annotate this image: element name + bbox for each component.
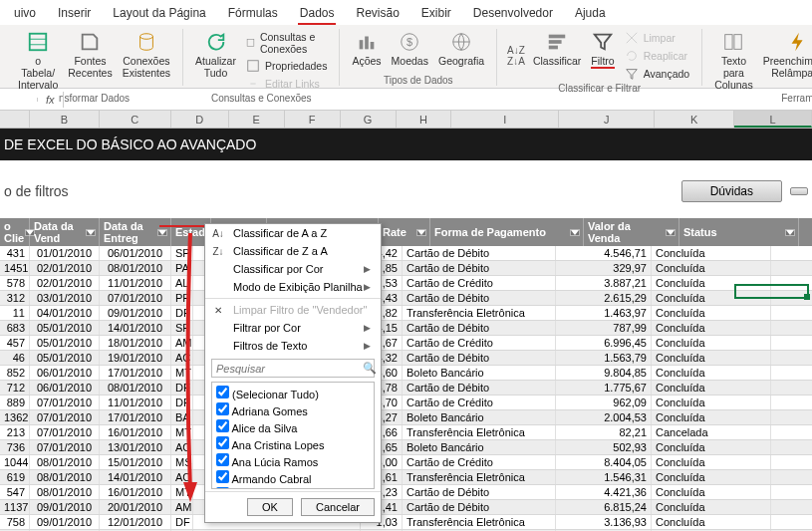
filter-checklist[interactable]: (Selecionar Tudo) Adriana Gomes Alice da… <box>211 382 375 489</box>
tab[interactable]: Inserir <box>56 3 93 25</box>
filter-drop-icon[interactable] <box>667 230 675 235</box>
table-row[interactable]: 113709/01/201020/01/2010AM1,41Cartão de … <box>0 500 812 515</box>
table-row[interactable]: 57802/01/201011/01/2010AL2,53Cartão de C… <box>0 276 812 291</box>
svg-point-3 <box>139 34 152 40</box>
sort-button[interactable]: Classificar <box>529 29 585 83</box>
col-h[interactable]: D <box>171 111 229 128</box>
table-row[interactable]: 104408/01/201015/01/2010MS3,00Cartão de … <box>0 455 812 470</box>
svg-rect-16 <box>734 35 741 50</box>
fill-handle[interactable] <box>804 294 810 300</box>
col-h[interactable] <box>0 111 30 128</box>
table-row[interactable]: 43101/01/201006/01/2010SP4,42Cartão de D… <box>0 246 812 261</box>
filter-drop-icon[interactable] <box>87 230 95 235</box>
table-row[interactable]: 85206/01/201017/01/2010MT3,60Boleto Banc… <box>0 366 812 381</box>
name-box[interactable] <box>0 98 38 102</box>
selected-cell[interactable] <box>734 284 809 299</box>
table-row[interactable]: 145102/01/201008/01/2010PA2,85Cartão de … <box>0 261 812 276</box>
th[interactable]: Data da Vend <box>30 218 100 246</box>
th[interactable]: o Clie <box>0 218 30 246</box>
sort-az-item[interactable]: A↓Classificar de A a Z <box>205 224 381 242</box>
th[interactable]: Forma de Pagamento <box>430 218 584 246</box>
sheet-view-item[interactable]: Modo de Exibição Planilha▶ <box>205 278 381 296</box>
currencies-button[interactable]: $Moedas <box>388 29 432 69</box>
filter-by-color-item[interactable]: Filtrar por Cor▶ <box>205 319 381 337</box>
col-h[interactable]: E <box>229 111 285 128</box>
check-item[interactable]: Augusto Melo <box>214 486 372 489</box>
col-h[interactable]: H <box>397 111 452 128</box>
th[interactable]: Status <box>679 218 799 246</box>
th[interactable]: Data da Entreg <box>100 218 171 246</box>
existing-connections-button[interactable]: Conexões Existentes <box>119 29 174 93</box>
col-h[interactable]: J <box>559 111 655 128</box>
table-row[interactable]: 1104/01/201009/01/2010DF1,82Transferênci… <box>0 306 812 321</box>
col-h[interactable]: C <box>100 111 171 128</box>
ok-button[interactable]: OK <box>247 498 293 516</box>
col-h[interactable]: B <box>30 111 100 128</box>
text-filters-item[interactable]: Filtros de Texto▶ <box>205 337 381 355</box>
table-row[interactable]: 31203/01/201007/01/2010PR3,43Cartão de D… <box>0 291 812 306</box>
stocks-button[interactable]: Ações <box>348 29 385 69</box>
check-item[interactable]: Adriana Gomes <box>214 401 372 418</box>
table-row[interactable]: 75809/01/201012/01/2010DF1,03Transferênc… <box>0 515 812 530</box>
filter-drop-icon[interactable] <box>158 230 166 235</box>
filter-dropdown: A↓Classificar de A a Z Z↓Classificar de … <box>204 223 382 523</box>
group-label: Tipos de Dados <box>384 75 453 86</box>
sort-by-color-item[interactable]: Classificar por Cor▶ <box>205 260 381 278</box>
tab[interactable]: uivo <box>12 3 38 25</box>
tab[interactable]: Revisão <box>354 3 401 25</box>
from-table-button[interactable]: o Tabela/ Intervalo <box>14 29 62 93</box>
th[interactable]: Rate <box>379 218 430 246</box>
refresh-all-button[interactable]: Atualizar Tudo <box>191 29 240 93</box>
column-headers[interactable]: B C D E F G H I J K L <box>0 111 812 129</box>
queries-button[interactable]: Consultas e Conexões <box>242 29 331 57</box>
check-item[interactable]: (Selecionar Tudo) <box>214 385 372 401</box>
filter-drop-icon[interactable] <box>571 230 579 235</box>
col-h[interactable]: F <box>285 111 341 128</box>
filter-search[interactable]: 🔍 <box>211 359 375 378</box>
recent-sources-button[interactable]: Fontes Recentes <box>64 29 116 93</box>
tab[interactable]: Ajuda <box>573 3 608 25</box>
table-row[interactable]: 68305/01/201014/01/2010SP4,15Cartão de D… <box>0 321 812 336</box>
check-item[interactable]: Ana Cristina Lopes <box>214 435 372 452</box>
advanced-button[interactable]: Avançado <box>621 65 694 83</box>
filter-search-input[interactable] <box>212 360 359 377</box>
col-h-selected[interactable]: L <box>734 111 812 128</box>
table-row[interactable]: 136207/01/201017/01/2010BA3,27Boleto Ban… <box>0 410 812 425</box>
col-h[interactable]: K <box>655 111 734 128</box>
sort-za-icon[interactable]: Z↓A <box>507 56 525 67</box>
col-h[interactable]: G <box>341 111 397 128</box>
table-row[interactable]: 54708/01/201016/01/2010MT3,23Cartão de D… <box>0 485 812 500</box>
duvidas-button[interactable]: Dúvidas <box>681 180 782 202</box>
text-to-columns-button[interactable]: Texto para Colunas <box>710 29 757 93</box>
filter-drop-icon[interactable] <box>786 230 794 235</box>
sort-za-item[interactable]: Z↓Classificar de Z a A <box>205 242 381 260</box>
check-item[interactable]: Armando Cabral <box>214 469 372 486</box>
table-row[interactable]: 88907/01/201011/01/2010DF3,70Cartão de C… <box>0 396 812 410</box>
sort-az-icon[interactable]: A↓Z <box>507 45 525 56</box>
tab[interactable]: Exibir <box>419 3 453 25</box>
extra-button[interactable] <box>790 187 808 195</box>
check-item[interactable]: Alice da Silva <box>214 418 372 435</box>
check-item[interactable]: Ana Lúcia Ramos <box>214 452 372 469</box>
tab[interactable]: Layout da Página <box>111 3 207 25</box>
tab-dados[interactable]: Dados <box>298 3 337 25</box>
tab[interactable]: Desenvolvedor <box>471 3 555 25</box>
tab[interactable]: Fórmulas <box>226 3 280 25</box>
table-row[interactable]: 71206/01/201008/01/2010DF3,78Cartão de D… <box>0 381 812 396</box>
properties-button[interactable]: Propriedades <box>242 57 331 75</box>
table-row[interactable]: 73607/01/201013/01/2010AC2,65Boleto Banc… <box>0 440 812 455</box>
table-row[interactable]: 4605/01/201019/01/2010AC4,32Cartão de Dé… <box>0 351 812 366</box>
flash-fill-button[interactable]: Preenchimento Relâmpago <box>759 29 812 93</box>
table-row[interactable]: 61908/01/201014/01/2010AC1,61Transferênc… <box>0 470 812 485</box>
col-h[interactable]: I <box>451 111 559 128</box>
filter-drop-icon[interactable] <box>417 230 425 235</box>
fx-icon[interactable]: fx <box>38 92 64 108</box>
svg-rect-12 <box>549 35 566 39</box>
cancel-button[interactable]: Cancelar <box>301 498 375 516</box>
geography-button[interactable]: Geografia <box>434 29 488 69</box>
formula-input[interactable] <box>64 98 812 102</box>
table-row[interactable]: 45705/01/201018/01/2010AM1,67Cartão de C… <box>0 336 812 351</box>
filter-button[interactable]: Filtro <box>587 29 618 83</box>
table-row[interactable]: 21307/01/201016/01/2010MT2,66Transferênc… <box>0 425 812 440</box>
th[interactable]: Valor da Venda <box>584 218 679 246</box>
